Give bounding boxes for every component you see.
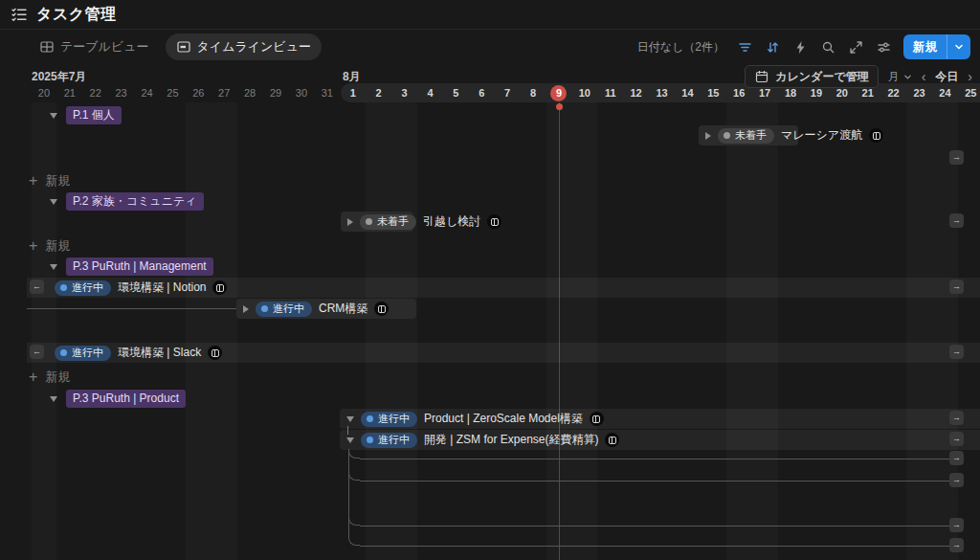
- task-bar-moving[interactable]: 未着手 引越し検討: [341, 212, 413, 232]
- task-bar-content: 進行中 環境構築 | Notion: [55, 280, 227, 296]
- scroll-to-bar-right-button[interactable]: →: [949, 411, 964, 425]
- parent-child-connector: [347, 426, 348, 435]
- open-peek-icon[interactable]: [605, 433, 619, 447]
- sort-icon[interactable]: [765, 39, 780, 55]
- status-badge: 進行中: [55, 280, 111, 296]
- day-cell: 5: [443, 84, 469, 101]
- group-badge-p3-product[interactable]: P.3 PuRuth | Product: [66, 390, 186, 408]
- dependency-line: [360, 459, 959, 459]
- scroll-to-bar-right-button[interactable]: →: [949, 345, 964, 359]
- plus-icon: +: [29, 370, 37, 385]
- task-title: Product | ZeroScale Model構築: [424, 411, 583, 427]
- new-task-row[interactable]: + 新規: [29, 237, 70, 255]
- subtask-toggle-icon[interactable]: [346, 437, 354, 443]
- task-bar-zeroscale[interactable]: 進行中 Product | ZeroScale Model構築: [340, 409, 980, 429]
- tab-table-view[interactable]: テーブルビュー: [29, 34, 160, 60]
- next-period-chevron[interactable]: ›: [968, 70, 972, 83]
- open-peek-icon[interactable]: [374, 302, 389, 316]
- day-cell: 8: [521, 84, 546, 101]
- filter-icon[interactable]: [737, 39, 752, 55]
- timeline-controls: カレンダーで管理 月 ‹ 今日 ›: [745, 65, 972, 88]
- dependency-line: [360, 546, 959, 547]
- status-dot: [261, 305, 268, 312]
- task-title: 環境構築 | Slack: [118, 345, 201, 361]
- open-peek-icon[interactable]: [590, 412, 604, 426]
- task-bar-notion[interactable]: 進行中 環境構築 | Notion: [27, 278, 980, 298]
- settings-sliders-icon[interactable]: [876, 39, 891, 55]
- topbar: タスク管理: [0, 0, 980, 30]
- task-title: マレーシア渡航: [781, 127, 862, 144]
- automation-lightning-icon[interactable]: [792, 39, 808, 55]
- day-cell: 1: [340, 84, 366, 101]
- scroll-to-bar-right-button[interactable]: →: [949, 451, 964, 465]
- prev-period-chevron[interactable]: ‹: [922, 70, 926, 83]
- search-icon[interactable]: [820, 39, 835, 55]
- weekend-column-stripe: [366, 102, 391, 560]
- group-badge-p2[interactable]: P.2 家族・コミュニティ: [66, 192, 204, 211]
- group-toggle-icon[interactable]: [50, 113, 57, 119]
- day-cell: 23: [108, 84, 134, 101]
- open-peek-icon[interactable]: [208, 346, 222, 360]
- new-button-chevron-down-icon[interactable]: [947, 42, 970, 52]
- group-badge-p1[interactable]: P.1 個人: [66, 106, 122, 124]
- zoom-scale-select[interactable]: 月: [888, 69, 912, 85]
- scroll-to-bar-right-button[interactable]: →: [949, 473, 964, 487]
- month-label-july: 2025年7月: [32, 69, 86, 85]
- task-bar-malaysia[interactable]: 未着手 マレーシア渡航: [699, 125, 798, 146]
- subtask-toggle-icon[interactable]: [347, 218, 353, 226]
- day-cell-today: 9: [546, 84, 572, 101]
- scroll-to-bar-right-button[interactable]: →: [949, 280, 964, 294]
- status-dot: [60, 284, 67, 291]
- no-date-count[interactable]: 日付なし（2件）: [637, 39, 724, 56]
- scroll-to-bar-left-button[interactable]: ←: [30, 345, 44, 359]
- day-cell: 28: [237, 84, 263, 101]
- group-toggle-icon[interactable]: [50, 396, 57, 402]
- subtask-toggle-icon[interactable]: [346, 416, 354, 422]
- new-button[interactable]: 新規: [903, 34, 970, 59]
- weekend-column-stripe: [932, 102, 958, 560]
- weekend-column-stripe: [212, 102, 237, 560]
- calendar-icon: [754, 69, 769, 84]
- open-peek-icon[interactable]: [487, 214, 501, 229]
- day-cell: 13: [649, 84, 675, 101]
- open-peek-icon[interactable]: [869, 128, 883, 143]
- open-peek-icon[interactable]: [212, 280, 227, 295]
- day-cell: 25: [160, 84, 186, 101]
- chevron-down-icon: [903, 73, 912, 81]
- day-cell: 21: [56, 84, 82, 101]
- scroll-to-bar-right-button[interactable]: →: [949, 518, 964, 532]
- task-title: CRM構築: [319, 301, 368, 317]
- new-task-row[interactable]: + 新規: [29, 369, 70, 386]
- day-cell: 26: [186, 84, 212, 101]
- day-cell: 4: [417, 84, 443, 101]
- tab-timeline-view[interactable]: タイムラインビュー: [166, 34, 322, 60]
- group-row-p3-management: P.3 PuRuth | Management: [50, 258, 213, 276]
- scroll-to-bar-right-button[interactable]: →: [949, 213, 964, 228]
- scroll-to-bar-right-button[interactable]: →: [949, 432, 964, 446]
- task-bar-zsm-expense[interactable]: 進行中 開発 | ZSM for Expense(経費精算): [340, 430, 980, 450]
- status-badge: 進行中: [361, 412, 417, 427]
- scroll-to-bar-left-button[interactable]: ←: [30, 280, 44, 294]
- group-badge-p3-management[interactable]: P.3 PuRuth | Management: [66, 258, 213, 276]
- task-bar-slack[interactable]: 進行中 環境構築 | Slack: [27, 343, 980, 363]
- manage-calendar-button[interactable]: カレンダーで管理: [745, 65, 878, 88]
- status-badge: 進行中: [361, 433, 417, 448]
- scroll-to-bar-right-button[interactable]: →: [949, 150, 964, 165]
- dependency-line: [27, 308, 236, 309]
- zoom-scale-value: 月: [888, 69, 900, 85]
- today-button[interactable]: 今日: [935, 69, 958, 85]
- new-task-label: 新規: [45, 369, 70, 386]
- weekend-column-stripe: [906, 102, 932, 560]
- expand-icon[interactable]: [848, 39, 863, 55]
- subtask-toggle-icon[interactable]: [705, 132, 711, 140]
- page-title: タスク管理: [36, 5, 117, 25]
- task-bar-crm[interactable]: 進行中 CRM構築: [236, 299, 416, 319]
- group-toggle-icon[interactable]: [50, 264, 57, 270]
- weekend-column-stripe: [32, 102, 57, 560]
- new-task-label: 新規: [45, 237, 70, 255]
- plus-icon: +: [29, 173, 37, 189]
- new-task-row[interactable]: + 新規: [29, 172, 70, 190]
- scroll-to-bar-right-button[interactable]: →: [949, 538, 964, 552]
- group-toggle-icon[interactable]: [50, 199, 57, 205]
- subtask-toggle-icon[interactable]: [243, 305, 249, 313]
